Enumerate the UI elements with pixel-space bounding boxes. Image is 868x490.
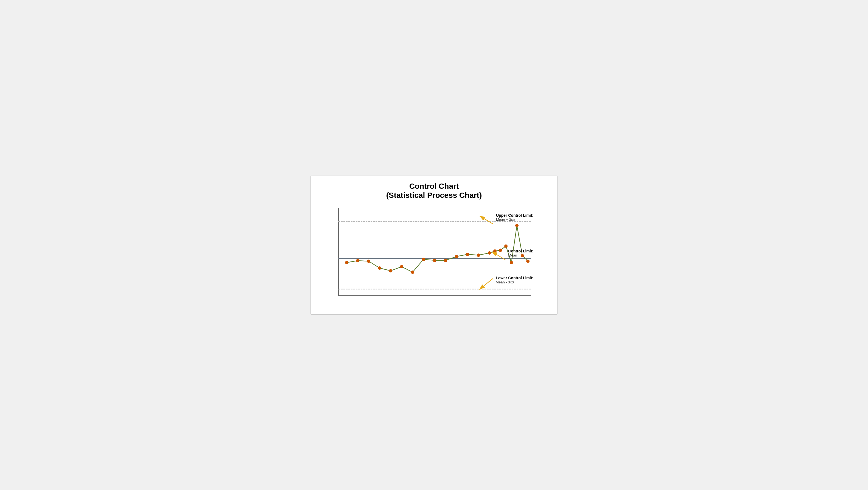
ucl-label: Upper Control Limit: <box>496 213 533 218</box>
svg-point-2 <box>367 260 370 263</box>
ucl-arrow-icon <box>478 215 495 226</box>
chart-area: Upper Control Limit: Mean + 3xσ Control … <box>322 208 531 306</box>
svg-point-7 <box>422 258 425 261</box>
mean-label: Control Limit: <box>508 249 533 253</box>
svg-point-8 <box>433 259 436 262</box>
svg-point-6 <box>411 270 414 274</box>
svg-point-1 <box>356 259 359 262</box>
svg-point-4 <box>389 269 392 272</box>
lcl-annotation: Lower Control Limit: Mean - 3xσ <box>478 276 533 291</box>
x-axis <box>338 295 531 296</box>
lcl-formula: Mean - 3xσ <box>496 280 533 284</box>
mean-annotation: Control Limit: Mean <box>490 249 533 261</box>
ucl-annotation: Upper Control Limit: Mean + 3xσ <box>478 213 533 226</box>
slide: Control Chart (Statistical Process Chart… <box>310 175 558 315</box>
ucl-formula: Mean + 3xσ <box>496 218 533 222</box>
svg-point-0 <box>345 261 348 264</box>
title-line2: (Statistical Process Chart) <box>316 191 552 200</box>
svg-point-17 <box>510 261 513 264</box>
svg-point-16 <box>504 244 507 248</box>
mean-formula: Mean <box>508 253 533 257</box>
svg-line-22 <box>479 216 493 224</box>
title-line1: Control Chart <box>316 182 552 191</box>
lcl-arrow-icon <box>478 277 494 291</box>
svg-line-26 <box>479 279 493 289</box>
svg-point-12 <box>477 254 480 257</box>
svg-point-10 <box>455 255 458 258</box>
mean-arrow-icon <box>490 250 507 261</box>
chart-title: Control Chart (Statistical Process Chart… <box>316 182 552 200</box>
svg-point-9 <box>444 259 447 262</box>
svg-line-24 <box>492 252 505 260</box>
svg-point-11 <box>466 253 469 256</box>
lcl-label: Lower Control Limit: <box>496 276 533 280</box>
svg-point-3 <box>378 266 381 270</box>
svg-point-5 <box>400 265 403 268</box>
